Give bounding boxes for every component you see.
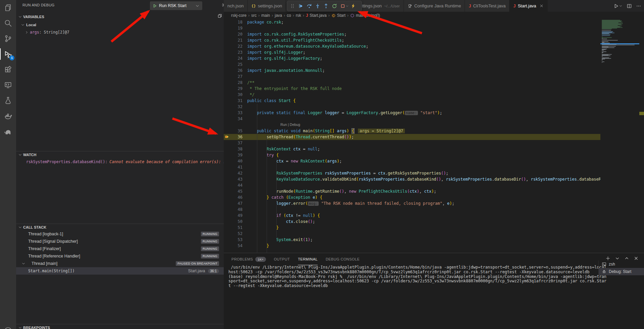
debug-settings-gear-icon[interactable]: [221, 2, 224, 8]
current-line-breakpoint-icon[interactable]: [225, 134, 230, 139]
gutter[interactable]: 53: [224, 237, 247, 243]
tab-clitoolstest-java[interactable]: JCliToolsTest.java: [465, 0, 509, 12]
breadcrumb-item-start-java[interactable]: JStart.java: [306, 13, 327, 18]
activity-remote-explorer[interactable]: [0, 77, 16, 93]
gutter[interactable]: 47: [224, 200, 247, 206]
code-line-49[interactable]: 49 if (ctx != null) {: [224, 213, 600, 219]
code-line-35[interactable]: 35 public static void main(String[] args…: [224, 128, 600, 134]
code-line-52[interactable]: 52: [224, 231, 600, 237]
code-line-50[interactable]: 50 ctx.close();: [224, 219, 600, 225]
gutter[interactable]: 35: [224, 128, 247, 134]
panel-tab-debug-console[interactable]: DEBUG CONSOLE: [326, 253, 360, 265]
run-editor-button[interactable]: [613, 3, 623, 9]
activity-gradle[interactable]: [0, 124, 16, 139]
code-line-31[interactable]: 31public class Start {: [224, 98, 600, 104]
chevron-down-icon[interactable]: [195, 4, 200, 8]
code-line-38[interactable]: 38 RskContext ctx = null;: [224, 146, 600, 152]
breadcrumb-item-java[interactable]: java: [275, 13, 282, 18]
code-editor[interactable]: 18package co.rsk;1920import co.rsk.confi…: [224, 19, 644, 253]
gutter[interactable]: 21: [224, 37, 247, 43]
gutter[interactable]: 51: [224, 225, 247, 231]
code-line-42[interactable]: 42 RskSystemProperties rskSystemProperti…: [224, 170, 600, 176]
code-line-34[interactable]: 34: [224, 116, 600, 122]
call-stack-thread[interactable]: Thread [Reference Handler]RUNNING: [16, 252, 224, 260]
breadcrumb-item-rskj-core[interactable]: rskj-core: [231, 13, 247, 18]
chevron-down-icon[interactable]: [18, 153, 22, 157]
code-line-40[interactable]: 40 ctx = new RskContext(args);: [224, 158, 600, 164]
gutter[interactable]: 54: [224, 243, 247, 249]
code-line-44[interactable]: 44: [224, 182, 600, 188]
code-line-19[interactable]: 19: [224, 25, 600, 31]
gutter[interactable]: 34: [224, 116, 247, 122]
gutter[interactable]: 29: [224, 86, 247, 92]
panel-tab-terminal[interactable]: TERMINAL: [298, 253, 318, 265]
gutter[interactable]: 24: [224, 55, 247, 61]
gutter[interactable]: 25: [224, 61, 247, 67]
step-into-button[interactable]: [313, 2, 322, 10]
gutter[interactable]: 31: [224, 98, 247, 104]
call-stack-thread[interactable]: Thread [Finalizer]RUNNING: [16, 245, 224, 252]
code-line-47[interactable]: 47 logger.error(msg: "The RSK node main …: [224, 200, 600, 206]
chevron-down-icon[interactable]: [18, 326, 22, 329]
gutter[interactable]: 20: [224, 31, 247, 37]
gutter[interactable]: 45: [224, 188, 247, 194]
activity-explorer[interactable]: [0, 0, 16, 15]
code-line-46[interactable]: 46 } catch (Exception e) {: [224, 194, 600, 200]
activity-source-control[interactable]: [0, 31, 16, 46]
code-line-36[interactable]: 36 setUpThread(Thread.currentThread());: [224, 134, 600, 140]
gutter[interactable]: 48: [224, 206, 247, 213]
stop-options-chevron-icon[interactable]: [345, 2, 349, 10]
code-line-20[interactable]: 20import co.rsk.config.RskSystemProperti…: [224, 31, 600, 37]
code-line-22[interactable]: 22import org.ethereum.datasource.KeyValu…: [224, 43, 600, 49]
variables-section-header[interactable]: VARIABLES: [16, 13, 224, 20]
gutter[interactable]: 49: [224, 213, 247, 219]
code-line-24[interactable]: 24import org.slf4j.LoggerFactory;: [224, 55, 600, 61]
activity-docker[interactable]: [0, 108, 16, 124]
gutter[interactable]: 27: [224, 74, 247, 80]
gutter[interactable]: 42: [224, 170, 247, 176]
new-terminal-button[interactable]: [605, 256, 610, 261]
stack-frame-row[interactable]: Start.main(String[]) Start.java36:1: [16, 267, 224, 275]
code-line-45[interactable]: 45 runNode(Runtime.getRuntime(), new Pre…: [224, 188, 600, 194]
code-line-18[interactable]: 18package co.rsk;: [224, 19, 600, 25]
step-out-button[interactable]: [322, 2, 330, 10]
split-editor-button[interactable]: [627, 3, 632, 9]
watch-expression-row[interactable]: rskSystemProperties.databaseKind(): Cann…: [16, 158, 224, 165]
gutter[interactable]: 38: [224, 146, 247, 152]
code-line-28[interactable]: 28/**: [224, 80, 600, 86]
codelens-run-debug[interactable]: Run | Debug: [247, 122, 300, 128]
breadcrumb-item-main[interactable]: main: [261, 13, 270, 18]
minimap[interactable]: [600, 19, 639, 253]
gutter[interactable]: 50: [224, 219, 247, 225]
variables-scope-local[interactable]: Local: [16, 21, 224, 28]
panel-tab-output[interactable]: OUTPUT: [274, 253, 290, 265]
step-over-button[interactable]: [305, 2, 313, 10]
code-line-37[interactable]: 37: [224, 140, 600, 146]
gutter[interactable]: 46: [224, 194, 247, 200]
code-line-41[interactable]: 41: [224, 164, 600, 170]
code-line-23[interactable]: 23import org.slf4j.Logger;: [224, 49, 600, 55]
chevron-down-icon[interactable]: [18, 225, 22, 229]
close-panel-button[interactable]: [634, 256, 639, 261]
gutter[interactable]: 26: [224, 67, 247, 74]
gutter[interactable]: 52: [224, 231, 247, 237]
code-line-29[interactable]: 29 * The entrypoint for the RSK full nod…: [224, 86, 600, 92]
breadcrumb-item-start[interactable]: Start: [331, 13, 345, 18]
code-line-51[interactable]: 51 }: [224, 225, 600, 231]
code-line-21[interactable]: 21import co.rsk.util.PreflightChecksUtil…: [224, 37, 600, 43]
gutter[interactable]: 32: [224, 104, 247, 110]
breakpoints-section-header[interactable]: BREAKPOINTS: [16, 324, 224, 329]
activity-testing[interactable]: [0, 93, 16, 108]
terminal-entry-zsh[interactable]: zsh: [599, 261, 644, 268]
code-line-27[interactable]: 27: [224, 74, 600, 80]
chevron-down-icon[interactable]: [18, 15, 22, 19]
gutter[interactable]: 28: [224, 80, 247, 86]
activity-run-and-debug[interactable]: 1: [0, 46, 16, 62]
maximize-panel-button[interactable]: [624, 256, 629, 261]
breadcrumb-item-src[interactable]: src: [251, 13, 257, 18]
activity-search[interactable]: [0, 15, 16, 31]
call-stack-section-header[interactable]: CALL STACK: [16, 224, 224, 231]
terminal-output[interactable]: /usr/bin/env /Library/Internet\ Plug-Ins…: [228, 265, 597, 288]
code-line-33[interactable]: 33 private static final Logger logger = …: [224, 110, 600, 116]
continue-button[interactable]: [297, 2, 305, 10]
